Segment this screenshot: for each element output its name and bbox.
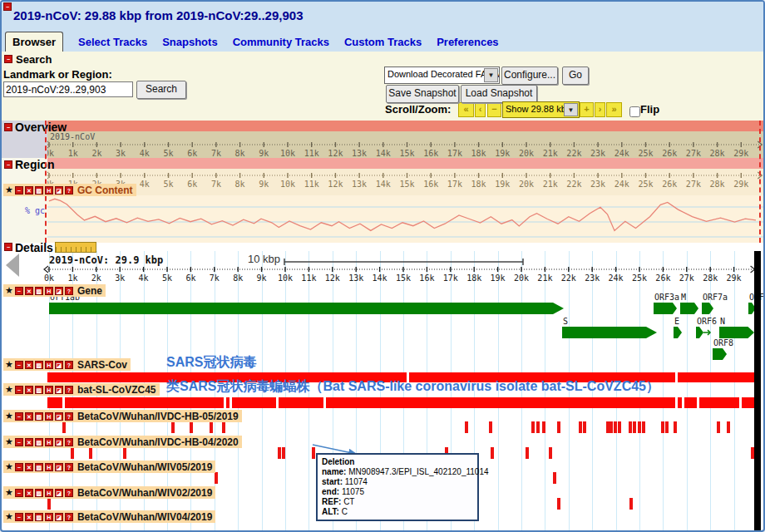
- variant-tick-wiv05[interactable]: [215, 472, 218, 484]
- resize-icon[interactable]: H: [45, 386, 53, 394]
- gene-glyph-M[interactable]: [680, 303, 698, 314]
- resize-icon[interactable]: H: [45, 438, 53, 446]
- edit-icon[interactable]: ◪: [55, 186, 63, 195]
- variant-tick-hb05[interactable]: [665, 421, 669, 433]
- bat-sl-covzc45-alignment-bar[interactable]: [65, 397, 224, 408]
- scroll-right-button[interactable]: ›: [595, 102, 605, 117]
- close-icon[interactable]: ✕: [25, 489, 33, 497]
- gene-glyph-E[interactable]: [674, 327, 682, 338]
- close-icon[interactable]: ✕: [25, 438, 33, 446]
- variant-tick-wiv02[interactable]: [557, 498, 560, 510]
- favorite-star-icon[interactable]: ★: [5, 286, 13, 295]
- sars-cov-alignment-bar[interactable]: [678, 372, 754, 382]
- variant-tick-hb05[interactable]: [629, 421, 632, 433]
- variant-tick-hb05[interactable]: [579, 421, 582, 433]
- details-collapse-icon[interactable]: −: [4, 243, 12, 251]
- load-snapshot-button[interactable]: Load Snapshot: [461, 85, 537, 103]
- variant-tick-hb05[interactable]: [171, 421, 175, 433]
- track-label-gene[interactable]: Gene: [77, 285, 102, 297]
- variant-tick-wiv05[interactable]: [553, 472, 556, 484]
- share-icon[interactable]: ▨: [35, 438, 43, 446]
- share-icon[interactable]: ▨: [35, 361, 43, 369]
- bat-sl-covzc45-alignment-bar[interactable]: [326, 397, 675, 408]
- bat-sl-covzc45-alignment-bar[interactable]: [684, 397, 697, 408]
- tab-community-tracks[interactable]: Community Tracks: [233, 36, 329, 52]
- configure-button[interactable]: Configure...: [501, 66, 558, 85]
- favorite-star-icon[interactable]: ★: [5, 360, 13, 369]
- share-icon[interactable]: ▨: [35, 513, 43, 521]
- close-icon[interactable]: ✕: [25, 412, 33, 421]
- share-icon[interactable]: ▨: [35, 463, 43, 471]
- edit-icon[interactable]: ◪: [55, 287, 63, 295]
- search-button[interactable]: Search: [136, 81, 186, 99]
- bat-sl-covzc45-alignment-bar[interactable]: [279, 397, 323, 408]
- details-ruler-widget-icon[interactable]: [55, 242, 96, 253]
- variant-tick-hb05[interactable]: [661, 421, 664, 433]
- variant-tick-hb05[interactable]: [210, 421, 213, 433]
- minus-icon[interactable]: −: [15, 186, 23, 195]
- track-label-sars[interactable]: SARS-Cov: [77, 359, 127, 371]
- close-icon[interactable]: ✕: [25, 513, 33, 521]
- track-label-hb04[interactable]: BetaCoV/Wuhan/IVDC-HB-04/2020: [77, 436, 239, 448]
- download-format-select[interactable]: Download Decorated FASTA File ▼: [384, 66, 500, 84]
- edit-icon[interactable]: ◪: [55, 438, 63, 446]
- resize-icon[interactable]: H: [45, 412, 53, 421]
- track-label-hb05[interactable]: BetaCoV/Wuhan/IVDC-HB-05/2019: [77, 411, 239, 422]
- bat-sl-covzc45-alignment-bar[interactable]: [47, 397, 62, 408]
- variant-tick-hb05[interactable]: [717, 421, 720, 433]
- variant-tick-wiv02[interactable]: [629, 498, 633, 510]
- edit-icon[interactable]: ◪: [55, 412, 63, 421]
- minus-icon[interactable]: −: [15, 438, 23, 446]
- close-icon[interactable]: ✕: [25, 287, 33, 295]
- variant-tick-hb04[interactable]: [549, 447, 552, 459]
- variant-tick-hb05[interactable]: [465, 421, 468, 433]
- gene-track-glyphs[interactable]: orf1abORF3aMORF7aORF10SEORF6NORF8: [2, 291, 763, 364]
- resize-icon[interactable]: H: [45, 361, 53, 369]
- edit-icon[interactable]: ◪: [55, 463, 63, 471]
- favorite-star-icon[interactable]: ★: [5, 488, 13, 497]
- share-icon[interactable]: ▨: [35, 386, 43, 394]
- variant-tick-hb05[interactable]: [583, 421, 586, 433]
- variant-tick-hb04[interactable]: [71, 447, 74, 459]
- variant-tick-hb05[interactable]: [531, 421, 535, 433]
- edit-icon[interactable]: ◪: [55, 489, 63, 497]
- variant-tick-hb05[interactable]: [557, 421, 560, 433]
- bat-sl-covzc45-alignment-bar[interactable]: [226, 397, 230, 408]
- scroll-far-right-button[interactable]: »: [606, 102, 622, 117]
- track-label-bat[interactable]: bat-SL-CoVZC45: [77, 384, 156, 396]
- tab-preferences[interactable]: Preferences: [437, 36, 498, 52]
- share-icon[interactable]: ▨: [35, 186, 43, 195]
- window-collapse-icon[interactable]: −: [3, 2, 12, 11]
- minus-icon[interactable]: −: [15, 386, 23, 394]
- variant-tick-hb05[interactable]: [610, 421, 613, 433]
- info-icon[interactable]: ?: [65, 287, 73, 295]
- info-icon[interactable]: ?: [65, 412, 73, 421]
- tab-snapshots[interactable]: Snapshots: [162, 36, 217, 52]
- track-label-wiv05[interactable]: BetaCoV/Wuhan/WIV05/2019: [77, 461, 213, 473]
- minus-icon[interactable]: −: [15, 513, 23, 521]
- info-icon[interactable]: ?: [65, 513, 73, 521]
- variant-tick-wiv02[interactable]: [47, 498, 51, 510]
- search-section-collapse-icon[interactable]: −: [4, 55, 12, 63]
- pan-left-arrow[interactable]: [4, 254, 21, 278]
- variant-tick-hb05[interactable]: [542, 421, 545, 433]
- variant-tick-hb04[interactable]: [491, 447, 494, 459]
- minus-icon[interactable]: −: [15, 412, 23, 421]
- info-icon[interactable]: ?: [65, 186, 73, 195]
- share-icon[interactable]: ▨: [35, 287, 43, 295]
- close-icon[interactable]: ✕: [25, 463, 33, 471]
- scroll-far-left-button[interactable]: «: [458, 102, 474, 117]
- info-icon[interactable]: ?: [65, 386, 73, 394]
- info-icon[interactable]: ?: [65, 361, 73, 369]
- gene-glyph-ORF3a[interactable]: [654, 303, 677, 314]
- bat-sl-covzc45-alignment-bar[interactable]: [678, 397, 682, 408]
- variant-tick-hb04[interactable]: [526, 447, 529, 459]
- zoom-level-select[interactable]: Show 29.88 kbp ▼: [502, 101, 580, 118]
- share-icon[interactable]: ▨: [35, 412, 43, 421]
- gene-glyph-ORF8[interactable]: [713, 348, 727, 360]
- resize-icon[interactable]: H: [45, 513, 53, 521]
- favorite-star-icon[interactable]: ★: [5, 462, 13, 471]
- favorite-star-icon[interactable]: ★: [5, 385, 13, 394]
- flip-checkbox[interactable]: [629, 106, 640, 117]
- gene-glyph-N[interactable]: [719, 327, 754, 338]
